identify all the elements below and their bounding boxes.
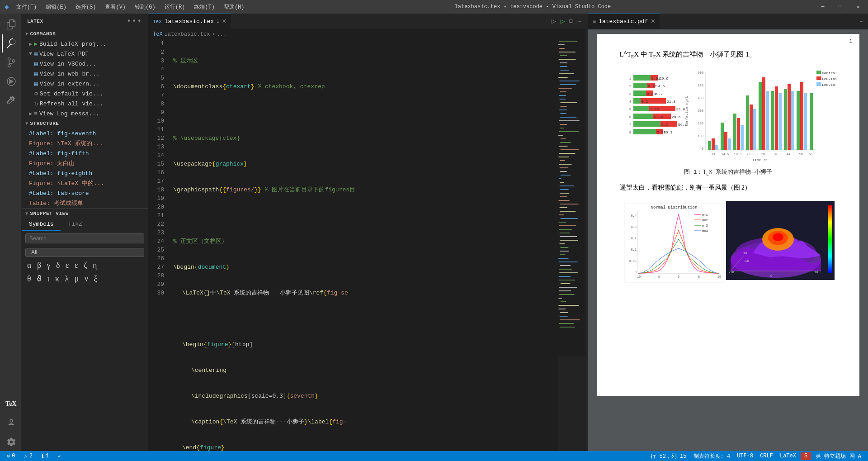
status-right: 行 52，列 15 制表符长度: 4 UTF-8 CRLF LaTeX S 英 … [648,452,863,460]
struct-label-tab-score[interactable]: #Label: tab-score [22,188,148,198]
status-checkmark[interactable]: ✓ [56,453,63,460]
refresh-views-item[interactable]: ↻ Refresh all vie... [22,99,148,109]
view-in-extern-item[interactable]: ▤ View in extern... [22,79,148,89]
menu-terminal[interactable]: 终端(T) [190,2,218,12]
struct-label-fifth[interactable]: #Label: fig-fifth [22,148,148,158]
more-actions-button[interactable]: ⋯ [577,18,581,25]
structure-section-header[interactable]: ▼ STRUCTURE [22,119,148,128]
svg-rect-88 [810,93,813,150]
run-button[interactable]: ▷ [552,17,556,26]
struct-fig-eighth[interactable]: Figure: \LaTeX 中的... [22,178,148,188]
status-extra: 英 特立题场 网 A [813,452,863,460]
snippet-search-input[interactable] [25,233,144,243]
close-button[interactable]: ✕ [853,3,863,11]
minimize-button[interactable]: ─ [817,3,828,11]
activity-source-control[interactable] [2,53,20,71]
error-count: 0 [12,453,15,459]
struct-label-eighth[interactable]: #Label: fig-eighth [22,168,148,178]
breadcrumb-rest: ... [217,31,227,38]
activity-tex[interactable]: TeX [2,395,20,413]
brace-2: { [222,82,226,91]
status-errors[interactable]: ⊗ 0 [5,453,17,460]
menu-goto[interactable]: 转到(G) [131,2,159,12]
menu-edit[interactable]: 编辑(E) [42,2,70,12]
tab-tikz[interactable]: TikZ [61,219,90,231]
svg-text:1.03: 1.03 [650,107,659,111]
svg-rect-42 [816,76,821,80]
build-latex-item[interactable]: ▶ ▶ Build LaTeX proj... [22,39,148,49]
activity-extensions[interactable] [2,91,20,109]
code-content[interactable]: % 显示区 \documentclass{ctexart} % ctexbook… [169,39,558,451]
view-in-vscode-item[interactable]: ▤ View in VSCod... [22,59,148,69]
pdf-tab[interactable]: ≡ latexbasic.pdf × [588,14,660,29]
set-default-view-item[interactable]: ⚙ Set default vie... [22,89,148,99]
activity-search[interactable] [2,34,20,52]
status-warnings[interactable]: △ 2 [22,453,34,460]
pdf-fig2-svg: Normal Distribution 0 0.05 0.1 0.2 0.3 [620,199,837,289]
run-all-button[interactable]: ▷ [561,17,565,26]
doc-icon: ▤ [34,50,38,57]
str-14: seventh [290,392,315,400]
activity-settings[interactable] [2,433,20,451]
status-infos[interactable]: ℹ 1 [39,453,51,460]
svg-rect-13 [633,98,641,104]
menu-view[interactable]: 查看(V) [101,2,129,12]
macro-6: \graphicspath [173,185,219,194]
pdf-content[interactable]: 1 LATEX 中 TEX 系统的吉祥物—小狮子见图 1。 29.9 [588,29,868,451]
menu-select[interactable]: 选择(S) [72,2,100,12]
struct-fig-fifth[interactable]: Figure: 太白山 [22,158,148,168]
brace-9b: } [226,263,230,271]
svg-text:Surfactin mg/L: Surfactin mg/L [684,96,689,126]
warning-count: 2 [29,453,33,459]
status-bar: ⊗ 0 △ 2 ℹ 1 ✓ 行 52，列 15 制表符长度: 4 UTF-8 C… [0,451,868,461]
status-position[interactable]: 行 52，列 15 [648,452,689,460]
svg-rect-66 [741,125,744,150]
snippet-section-header[interactable]: ▼ SNIPPET VIEW [22,209,148,219]
svg-text:0: 0 [770,274,772,278]
struct-table-score[interactable]: Table: 考试成绩单 [22,198,148,208]
split-editor-button[interactable]: ⊟ [569,18,573,25]
maximize-button[interactable]: □ [835,3,846,11]
greek-symbols-row1: α β γ δ ε ε ζ η [22,259,148,272]
pdf-tab-close[interactable]: × [651,18,655,26]
struct-fig-seventh[interactable]: Figure: \TeX 系统的... [22,138,148,148]
tab-close-button[interactable]: × [222,18,226,26]
view-log-item[interactable]: ▶ ≡ View Log messa... [22,109,148,119]
menu-file[interactable]: 文件(F) [13,2,41,12]
menu-help[interactable]: 帮助(H) [220,2,248,12]
gear-icon: ⚙ [34,90,38,97]
activity-run[interactable] [2,72,20,90]
brace-16b: } [221,443,225,451]
commands-chevron-icon: ▼ [25,32,28,37]
menu-run[interactable]: 运行(R) [161,2,189,12]
code-editor[interactable]: 1 2 3 4 5 6 7 8 9 10 11 12 13 14 15 16 1… [148,39,585,451]
brace-6: {{ [219,185,226,194]
view-latex-pdf-item[interactable]: ▼ ▤ View LaTeX PDF [22,49,148,59]
activity-account[interactable] [2,414,20,432]
commands-section-header[interactable]: ▼ COMMANDS [22,29,148,39]
code-line-1: % 显示区 [173,57,558,65]
code-line-9: \begin{document} [173,263,558,271]
svg-text:600: 600 [698,71,703,75]
struct-label-seventh[interactable]: #Label: fig-seventh [22,128,148,138]
svg-point-120 [773,233,783,241]
status-indent[interactable]: 制表符长度: 4 [691,452,733,460]
brace-14b: } [315,392,318,400]
view-in-web-item[interactable]: ▤ View in web br... [22,69,148,79]
status-line-ending[interactable]: CRLF [758,452,775,460]
structure-chevron-icon: ▼ [25,121,28,126]
status-language[interactable]: LaTeX [778,452,798,460]
status-encoding[interactable]: UTF-8 [735,452,755,460]
svg-text:68: 68 [808,152,812,156]
pdf-more-button[interactable]: ⋯ [855,14,868,29]
editor-tab-latexbasic[interactable]: TeX latexbasic.tex 1 × [148,14,231,29]
line-num-19: 19 [148,194,164,203]
sidebar-more-button[interactable]: ••• [127,17,142,25]
tab-symbols[interactable]: Symbols [22,219,61,231]
line-num-25: 25 [148,246,164,254]
activity-explorer[interactable] [2,15,20,33]
arg-5: graphicx [216,160,244,168]
all-button[interactable]: All [25,248,144,257]
svg-rect-21 [633,114,653,119]
svg-text:37: 37 [774,152,777,156]
